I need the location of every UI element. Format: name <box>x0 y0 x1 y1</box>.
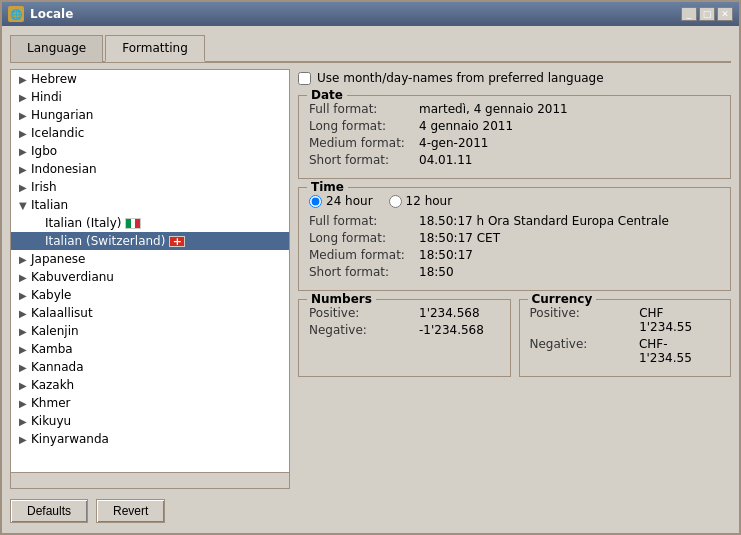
title-bar-controls: _ □ ✕ <box>681 7 733 21</box>
list-item[interactable]: ▶Hebrew <box>11 70 289 88</box>
list-item-label: Kabuverdianu <box>31 270 114 284</box>
collapse-arrow-icon: ▶ <box>19 416 31 427</box>
date-group-title: Date <box>307 88 347 102</box>
horizontal-scrollbar[interactable] <box>11 472 289 488</box>
date-short-label: Short format: <box>309 153 419 167</box>
radio-12[interactable] <box>389 195 402 208</box>
collapse-arrow-icon: ▶ <box>19 254 31 265</box>
window-content: Language Formatting ▶Hebrew▶Hindi▶Hungar… <box>2 26 739 533</box>
date-full-row: Full format: martedì, 4 gennaio 2011 <box>309 102 720 116</box>
numbers-group-title: Numbers <box>307 292 376 306</box>
time-long-value: 18:50:17 CET <box>419 231 500 245</box>
maximize-button[interactable]: □ <box>699 7 715 21</box>
collapse-arrow-icon: ▶ <box>19 128 31 139</box>
list-item[interactable]: Italian (Italy) <box>11 214 289 232</box>
list-item-label: Kabyle <box>31 288 71 302</box>
list-item-label: Kikuyu <box>31 414 71 428</box>
time-short-label: Short format: <box>309 265 419 279</box>
radio-12-option: 12 hour <box>389 194 453 208</box>
it-flag-icon <box>125 218 141 229</box>
revert-button[interactable]: Revert <box>96 499 165 523</box>
list-item[interactable]: ▶Kamba <box>11 340 289 358</box>
main-panel: ▶Hebrew▶Hindi▶Hungarian▶Icelandic▶Igbo▶I… <box>10 69 731 489</box>
collapse-arrow-icon: ▶ <box>19 308 31 319</box>
list-item[interactable]: ▶Indonesian <box>11 160 289 178</box>
collapse-arrow-icon: ▶ <box>19 398 31 409</box>
time-short-value: 18:50 <box>419 265 454 279</box>
numbers-negative-label: Negative: <box>309 323 419 337</box>
list-item[interactable]: ▶Japanese <box>11 250 289 268</box>
currency-group-title: Currency <box>528 292 597 306</box>
numbers-positive-row: Positive: 1'234.568 <box>309 306 500 320</box>
collapse-arrow-icon: ▶ <box>19 110 31 121</box>
date-medium-value: 4-gen-2011 <box>419 136 488 150</box>
list-item[interactable]: ▶Kalaallisut <box>11 304 289 322</box>
list-item[interactable]: ▶Khmer <box>11 394 289 412</box>
list-item-label: Kazakh <box>31 378 74 392</box>
numbers-positive-value: 1'234.568 <box>419 306 480 320</box>
preferred-language-checkbox[interactable] <box>298 72 311 85</box>
list-item-label: Italian (Switzerland) <box>45 234 165 248</box>
list-item[interactable]: ▶Igbo <box>11 142 289 160</box>
time-medium-value: 18:50:17 <box>419 248 473 262</box>
time-group: Time 24 hour 12 hour Full format: <box>298 187 731 291</box>
time-long-label: Long format: <box>309 231 419 245</box>
date-group: Date Full format: martedì, 4 gennaio 201… <box>298 95 731 179</box>
defaults-button[interactable]: Defaults <box>10 499 88 523</box>
list-item[interactable]: ▶Kikuyu <box>11 412 289 430</box>
currency-negative-value: CHF-1'234.55 <box>639 337 720 365</box>
list-item[interactable]: ▶Kazakh <box>11 376 289 394</box>
list-item[interactable]: ▶Kalenjin <box>11 322 289 340</box>
list-item-label: Irish <box>31 180 57 194</box>
list-item-label: Kamba <box>31 342 73 356</box>
list-item[interactable]: ▶Kabyle <box>11 286 289 304</box>
tab-language[interactable]: Language <box>10 35 103 62</box>
collapse-arrow-icon: ▶ <box>19 362 31 373</box>
list-item[interactable]: Italian (Switzerland) <box>11 232 289 250</box>
list-item[interactable]: ▶Kabuverdianu <box>11 268 289 286</box>
numbers-positive-label: Positive: <box>309 306 419 320</box>
date-full-label: Full format: <box>309 102 419 116</box>
collapse-arrow-icon: ▶ <box>19 164 31 175</box>
collapse-arrow-icon: ▶ <box>19 434 31 445</box>
list-item-label: Kalenjin <box>31 324 79 338</box>
list-item-label: Hungarian <box>31 108 93 122</box>
list-item[interactable]: ▶Kannada <box>11 358 289 376</box>
list-item[interactable]: ▶Kinyarwanda <box>11 430 289 448</box>
numbers-negative-row: Negative: -1'234.568 <box>309 323 500 337</box>
collapse-arrow-icon: ▶ <box>19 380 31 391</box>
title-bar: 🌐 Locale _ □ ✕ <box>2 2 739 26</box>
close-button[interactable]: ✕ <box>717 7 733 21</box>
collapse-arrow-icon: ▶ <box>19 74 31 85</box>
collapse-arrow-icon: ▶ <box>19 290 31 301</box>
list-item-label: Icelandic <box>31 126 84 140</box>
list-item[interactable]: ▶Irish <box>11 178 289 196</box>
minimize-button[interactable]: _ <box>681 7 697 21</box>
language-list-panel: ▶Hebrew▶Hindi▶Hungarian▶Icelandic▶Igbo▶I… <box>10 69 290 489</box>
date-short-row: Short format: 04.01.11 <box>309 153 720 167</box>
time-full-label: Full format: <box>309 214 419 228</box>
bottom-boxes: Numbers Positive: 1'234.568 Negative: -1… <box>298 299 731 377</box>
language-list-scroll[interactable]: ▶Hebrew▶Hindi▶Hungarian▶Icelandic▶Igbo▶I… <box>11 70 289 472</box>
radio-24[interactable] <box>309 195 322 208</box>
right-panel: Use month/day-names from preferred langu… <box>298 69 731 489</box>
list-item-label: Hindi <box>31 90 62 104</box>
list-item-label: Khmer <box>31 396 70 410</box>
collapse-arrow-icon: ▶ <box>19 344 31 355</box>
list-item-label: Indonesian <box>31 162 97 176</box>
list-item[interactable]: ▶Hungarian <box>11 106 289 124</box>
currency-positive-row: Positive: CHF 1'234.55 <box>530 306 721 334</box>
tab-formatting[interactable]: Formatting <box>105 35 205 62</box>
list-item[interactable]: ▶Icelandic <box>11 124 289 142</box>
list-item-label: Italian <box>31 198 68 212</box>
list-item[interactable]: ▼Italian <box>11 196 289 214</box>
time-short-row: Short format: 18:50 <box>309 265 720 279</box>
date-long-label: Long format: <box>309 119 419 133</box>
date-medium-row: Medium format: 4-gen-2011 <box>309 136 720 150</box>
list-item[interactable]: ▶Hindi <box>11 88 289 106</box>
list-item-label: Kannada <box>31 360 84 374</box>
list-item-label: Kinyarwanda <box>31 432 109 446</box>
radio-12-label: 12 hour <box>406 194 453 208</box>
collapse-arrow-icon: ▶ <box>19 182 31 193</box>
list-item-label: Kalaallisut <box>31 306 93 320</box>
